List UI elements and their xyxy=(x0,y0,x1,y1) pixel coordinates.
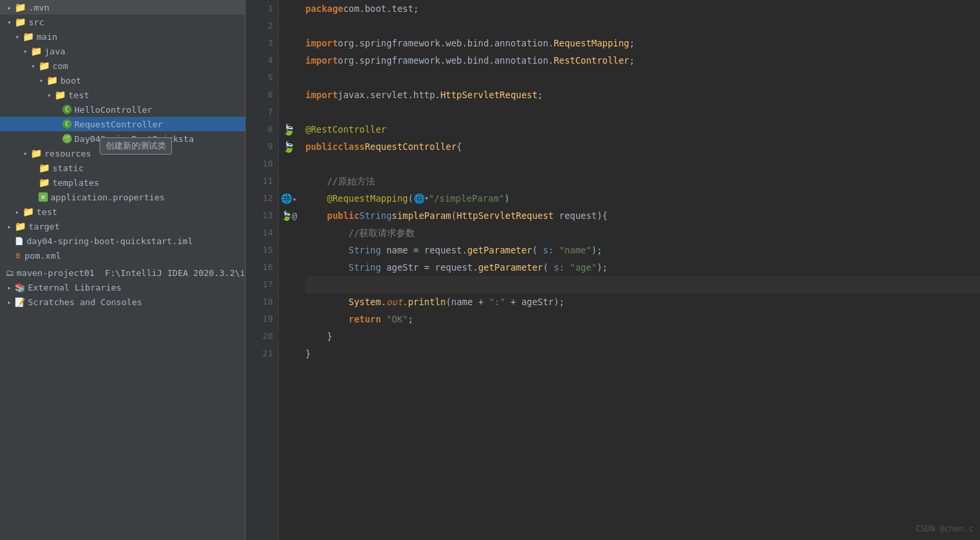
scratch-icon: 📝 xyxy=(15,297,25,307)
code-line[interactable]: package com.boot.test; xyxy=(305,0,980,17)
at-marker[interactable]: @ xyxy=(292,211,297,221)
sidebar-item-src[interactable]: 📁src xyxy=(0,15,245,29)
code-line[interactable] xyxy=(305,155,980,172)
sidebar-item-com[interactable]: 📁com xyxy=(0,58,245,73)
code-content[interactable]: package com.boot.test; import org.spring… xyxy=(299,0,980,540)
sidebar-item-label: application.properties xyxy=(50,192,165,202)
chevron-icon xyxy=(5,222,13,230)
sidebar-item-label: pom.xml xyxy=(25,251,61,261)
sidebar-item-main[interactable]: 📁main xyxy=(0,29,245,44)
tooltip-popup: 创建新的测试类 xyxy=(100,137,172,155)
gutter-icons: 🍃🍃🌐▾ 🍃 @ xyxy=(279,0,299,540)
code-line[interactable]: String name = request.getParameter( s: "… xyxy=(305,241,980,259)
gutter-icon-item xyxy=(279,224,299,241)
code-line[interactable]: @RestController xyxy=(305,121,980,138)
library-icon: 📚 xyxy=(15,283,25,293)
code-line[interactable]: import org.springframework.web.bind.anno… xyxy=(305,52,980,69)
line-number: 5 xyxy=(248,69,273,86)
code-line[interactable] xyxy=(305,276,980,293)
chevron-icon xyxy=(5,3,13,11)
sidebar-item-label: java xyxy=(44,46,65,56)
gutter-icon-item xyxy=(279,86,299,103)
code-line[interactable]: import org.springframework.web.bind.anno… xyxy=(305,34,980,52)
code-line[interactable] xyxy=(305,103,980,121)
code-line[interactable]: String ageStr = request.getParameter( s:… xyxy=(305,259,980,276)
chevron-icon xyxy=(5,283,13,291)
gutter-icon-item xyxy=(279,52,299,69)
line-number: 13 xyxy=(248,207,273,224)
file-icon: ⚙ xyxy=(39,192,48,202)
file-icon: 📁 xyxy=(54,90,66,100)
sidebar-item-label: main xyxy=(37,32,57,42)
line-number: 17 xyxy=(248,276,273,293)
gutter-icon-item xyxy=(279,103,299,121)
sidebar-item-day04iml[interactable]: 📄day04-spring-boot-quickstart.iml xyxy=(0,234,245,248)
sidebar-item-test-folder[interactable]: 📁test xyxy=(0,204,245,219)
sidebar-item-label: test xyxy=(68,90,89,100)
sidebar-item-mvn[interactable]: 📁.mvn xyxy=(0,0,245,15)
sidebar-item-RequestController[interactable]: CRequestController xyxy=(0,117,245,131)
sidebar-item-templates[interactable]: 📁templates xyxy=(0,175,245,190)
sidebar-item-application.properties[interactable]: ⚙application.properties xyxy=(0,190,245,204)
code-line[interactable]: } xyxy=(305,345,980,362)
sidebar-item-label: target xyxy=(29,222,60,232)
spring-leaf-icon[interactable]: 🍃 xyxy=(282,141,295,153)
scratches-label: Scratches and Consoles xyxy=(28,297,142,307)
code-line[interactable]: @RequestMapping(🌐▾"/simpleParam") xyxy=(305,190,980,207)
scratches-item[interactable]: 📝 Scratches and Consoles xyxy=(0,295,245,309)
sidebar-item-static[interactable]: 📁static xyxy=(0,161,245,175)
gutter-icon-item: 🍃 @ xyxy=(279,207,299,224)
sidebar-item-pomxml[interactable]: 🗎pom.xml xyxy=(0,248,245,263)
line-number: 18 xyxy=(248,293,273,310)
code-line[interactable]: //原始方法 xyxy=(305,172,980,190)
line-number: 15 xyxy=(248,241,273,259)
gutter-icon-item xyxy=(279,293,299,310)
line-numbers: 123456789101112131415161718192021 xyxy=(246,0,279,540)
chevron-icon xyxy=(13,33,21,40)
line-number: 2 xyxy=(248,17,273,34)
sidebar-item-HelloController[interactable]: CHelloController xyxy=(0,102,245,117)
chevron-icon xyxy=(45,91,53,99)
code-line[interactable]: //获取请求参数 xyxy=(305,224,980,241)
sidebar-item-boot[interactable]: 📁boot xyxy=(0,73,245,88)
chevron-icon xyxy=(21,47,29,55)
file-icon: 📁 xyxy=(31,148,42,159)
chevron-icon xyxy=(5,298,13,306)
line-number: 3 xyxy=(248,34,273,52)
code-area: 123456789101112131415161718192021 🍃🍃🌐▾ 🍃… xyxy=(246,0,980,540)
line-number: 14 xyxy=(248,224,273,241)
gutter-icon-item xyxy=(279,34,299,52)
file-icon: C xyxy=(62,119,72,129)
spring-leaf-icon[interactable]: 🍃 xyxy=(282,123,295,136)
chevron-icon xyxy=(37,76,45,84)
file-icon: 📁 xyxy=(23,31,34,42)
chevron-icon xyxy=(29,62,37,70)
code-line[interactable]: System.out.println(name + ":" + ageStr); xyxy=(305,293,980,310)
maven-project-item[interactable]: 🗂 maven-project01 F:\IntelliJ IDEA 2020.… xyxy=(0,265,245,280)
file-icon: 📄 xyxy=(15,237,24,245)
file-icon: 🗎 xyxy=(15,251,22,260)
code-line[interactable] xyxy=(305,17,980,34)
external-libraries-item[interactable]: 📚 External Libraries xyxy=(0,280,245,295)
sidebar-item-java[interactable]: 📁java xyxy=(0,44,245,58)
sidebar: 📁.mvn📁src📁main📁java📁com📁boot📁testCHelloC… xyxy=(0,0,246,540)
file-icon: 📁 xyxy=(46,75,58,86)
code-line[interactable]: return "OK"; xyxy=(305,310,980,328)
spring-leaf-icon[interactable]: 🍃 xyxy=(281,210,292,221)
sidebar-item-target[interactable]: 📁target xyxy=(0,219,245,234)
gutter-icon-item xyxy=(279,328,299,345)
chevron-icon xyxy=(13,208,21,216)
line-number: 6 xyxy=(248,86,273,103)
code-line[interactable] xyxy=(305,69,980,86)
code-line[interactable]: public class RequestController { xyxy=(305,138,980,155)
maven-icon: 🗂 xyxy=(5,268,14,278)
file-icon: 🌱 xyxy=(62,134,72,143)
code-line[interactable]: } xyxy=(305,328,980,345)
code-line[interactable]: import javax.servlet.http.HttpServletReq… xyxy=(305,86,980,103)
globe-icon[interactable]: 🌐▾ xyxy=(281,193,296,204)
sidebar-item-test[interactable]: 📁test xyxy=(0,88,245,102)
code-line[interactable]: public String simpleParam(HttpServletReq… xyxy=(305,207,980,224)
gutter-icon-item: 🍃 xyxy=(279,138,299,155)
sidebar-item-label: resources xyxy=(44,149,91,159)
gutter-icon-item xyxy=(279,241,299,259)
